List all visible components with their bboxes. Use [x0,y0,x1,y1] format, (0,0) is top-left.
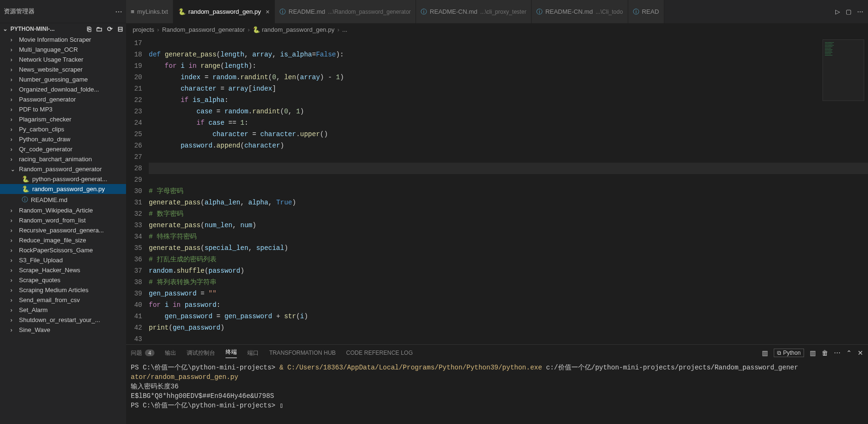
chevron-icon: › [10,86,16,93]
tree-item[interactable]: ›RockPaperScissors_Game [0,245,126,255]
panel-tab-label: 输出 [165,349,176,357]
explorer-more-icon[interactable]: ⋯ [115,7,122,16]
new-folder-icon[interactable]: 🗀 [96,25,102,33]
panel-tab-3[interactable]: 终端 [226,348,237,358]
project-name: PYTHON-MINI-... [10,26,54,32]
tree-item-label: Recursive_password_genera... [19,227,104,234]
panel-more-icon[interactable]: ⋯ [834,349,841,357]
breadcrumb-segment[interactable]: Random_password_generator [162,26,245,33]
tree-item[interactable]: ›Multi_language_OCR [0,45,126,55]
tree-item[interactable]: ›Qr_code_generator [0,144,126,154]
chevron-icon: › [10,237,16,244]
chevron-icon: › [10,136,16,143]
editor-body[interactable]: 1718192021222324252627282930313233343536… [126,37,868,344]
trash-icon[interactable]: 🗑 [822,349,828,357]
tree-item[interactable]: ›Movie Information Scraper [0,35,126,45]
minimap[interactable]: ▬▬▬ ▬▬▬▬ ▬▬▬▬▬▬▬▬▬▬▬▬▬ ▬▬▬▬ ▬▬▬▬▬▬▬▬▬▬▬▬… [823,39,864,101]
tree-item[interactable]: ›Random_Wikipedia_Article [0,205,126,215]
chevron-icon: › [10,287,16,294]
tree-item[interactable]: ›Send_email_from_csv [0,295,126,305]
panel-tab-4[interactable]: 端口 [247,349,259,357]
split-icon[interactable]: ▢ [846,8,851,15]
tab-1[interactable]: 🐍random_password_gen.py× [173,0,275,23]
tree-item-label: Scrape_Hacker_News [19,267,80,274]
tree-item[interactable]: ›Scraping Medium Articles [0,285,126,295]
panel-layout-icon[interactable]: ▥ [762,349,768,357]
tree-item[interactable]: 🐍python-password-generat... [0,174,126,184]
collapse-icon[interactable]: ⊟ [118,25,123,33]
editor-more-icon[interactable]: ⋯ [857,8,863,15]
file-tree: ›Movie Information Scraper›Multi_languag… [0,35,126,424]
chevron-icon: › [10,116,16,123]
python-file-icon: 🐍 [22,175,29,183]
tree-item[interactable]: 🐍random_password_gen.py [0,184,126,194]
panel-tab-2[interactable]: 调试控制台 [187,349,215,357]
tab-dim: ...\cli_proxy_tester [480,9,526,15]
tree-item[interactable]: ›Py_carbon_clips [0,124,126,134]
chevron-icon: › [10,156,16,163]
tree-item[interactable]: ›News_website_scraper [0,65,126,74]
tree-item[interactable]: ›PDF to MP3 [0,104,126,114]
explorer-header: 资源管理器 ⋯ [0,0,126,23]
tree-item[interactable]: ›Reduce_image_file_size [0,235,126,245]
breadcrumb-segment[interactable]: projects [133,26,154,33]
panel-tab-6[interactable]: CODE REFERENCE LOG [346,350,413,356]
tree-item-label: Qr_code_generator [19,146,72,153]
panel: 问题4输出调试控制台终端端口TRANSFORMATION HUBCODE REF… [126,344,868,424]
tree-item[interactable]: ›racing_barchart_animation [0,154,126,164]
tree-item[interactable]: ›S3_File_Upload [0,255,126,265]
chevron-icon: › [10,207,16,214]
panel-close-icon[interactable]: ✕ [858,349,863,357]
tree-item[interactable]: ›Scrape_Hacker_News [0,265,126,275]
panel-tab-label: CODE REFERENCE LOG [346,350,413,356]
tab-5[interactable]: ⓘREAD [628,0,664,23]
refresh-icon[interactable]: ⟳ [107,25,113,33]
tree-item[interactable]: ⓘREADME.md [0,194,126,205]
new-file-icon[interactable]: ⎘ [87,25,91,33]
tree-item[interactable]: ›Set_Alarm [0,305,126,315]
run-icon[interactable]: ▷ [835,8,840,15]
tree-item-label: Number_guessing_game [19,76,88,83]
code-editor[interactable]: def generate_pass(length, array, is_alph… [149,37,868,344]
tree-item-label: Random_Wikipedia_Article [19,207,93,214]
tree-item[interactable]: ›Organized_download_folde... [0,84,126,94]
tree-item[interactable]: ›Scrape_quotes [0,275,126,285]
py-file-icon: 🐍 [178,8,186,15]
tree-item-label: Password_generator [19,96,76,103]
tab-0[interactable]: ≡myLinks.txt [126,0,173,23]
breadcrumb-separator: › [337,26,339,33]
terminal-type[interactable]: ⧉ Python [774,349,804,357]
tab-3[interactable]: ⓘREADME-CN.md...\cli_proxy_tester [416,0,532,23]
tree-item[interactable]: ›Password_generator [0,94,126,104]
panel-tab-5[interactable]: TRANSFORMATION HUB [269,350,335,356]
tree-item-label: Reduce_image_file_size [19,237,86,244]
chevron-up-icon[interactable]: ⌃ [846,349,852,357]
tree-item[interactable]: ⌄Random_password_generator [0,164,126,174]
tab-4[interactable]: ⓘREADME-CN.md...\Cli_todo [532,0,628,23]
breadcrumb-segment[interactable]: 🐍 random_password_gen.py [253,26,335,33]
breadcrumb[interactable]: projects›Random_password_generator›🐍 ran… [126,23,868,37]
editor-top-actions: ▷ ▢ ⋯ [831,0,868,23]
tree-item[interactable]: ›Number_guessing_game [0,74,126,84]
tree-item[interactable]: ›Network Usage Tracker [0,55,126,65]
close-icon[interactable]: × [266,8,270,16]
tab-2[interactable]: ⓘREADME.md...\Random_password_generator [275,0,416,23]
tree-item-label: README.md [31,196,67,203]
tree-item[interactable]: ›Random_word_from_list [0,215,126,225]
tree-item[interactable]: ›Sine_Wave [0,325,126,335]
terminal-output[interactable]: PS C:\价值一个亿\python-mini-projects> & C:/U… [126,361,868,424]
breadcrumb-segment[interactable]: ... [342,26,347,33]
tab-label: README.md [289,8,325,15]
tab-label: README-CN.md [545,8,593,15]
chevron-icon: › [10,227,16,234]
editor-area: projects›Random_password_generator›🐍 ran… [126,23,868,424]
tree-item[interactable]: ›Recursive_password_genera... [0,225,126,235]
panel-tab-1[interactable]: 输出 [165,349,176,357]
tree-item[interactable]: ›Python_auto_draw [0,134,126,144]
panel-tab-0[interactable]: 问题4 [131,349,154,357]
tree-item[interactable]: ›Shutdown_or_restart_your_... [0,315,126,325]
tree-item-label: News_website_scraper [19,66,82,73]
terminal-split-icon[interactable]: ▥ [810,349,816,357]
tree-item[interactable]: ›Plagarism_checker [0,114,126,124]
sidebar-project-header[interactable]: ⌄ PYTHON-MINI-... ⎘ 🗀 ⟳ ⊟ [0,23,126,35]
